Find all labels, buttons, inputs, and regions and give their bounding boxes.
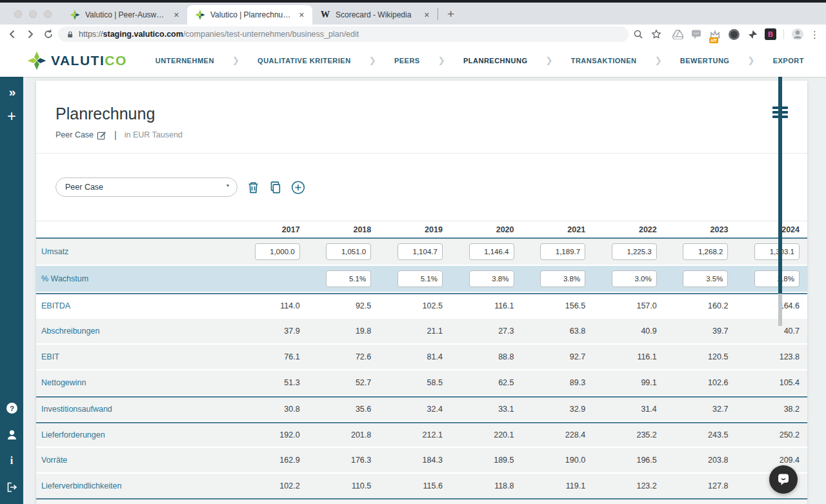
window-zoom-button[interactable] <box>44 10 52 18</box>
nav-item-export[interactable]: EXPORT <box>773 57 804 65</box>
value-input[interactable] <box>540 243 585 260</box>
reload-button[interactable] <box>40 26 57 42</box>
nav-item-qualitative-kriterien[interactable]: QUALITATIVE KRITERIEN <box>257 57 351 65</box>
forward-button[interactable] <box>22 26 39 42</box>
table-row: EBITDA114.092.5102.5116.1156.5157.0160.2… <box>36 293 807 319</box>
zoom-page-icon[interactable] <box>630 26 647 42</box>
sidebar-expand-icon[interactable]: » <box>4 85 19 100</box>
value-input[interactable] <box>612 270 657 287</box>
case-select[interactable]: Peer Case ▾ <box>55 177 237 197</box>
b-extension-icon[interactable]: B <box>765 28 776 40</box>
copy-case-button[interactable] <box>268 180 283 194</box>
delete-case-button[interactable] <box>246 180 260 194</box>
value-input[interactable] <box>398 270 443 287</box>
value-input[interactable] <box>754 243 800 260</box>
tab-close-icon[interactable]: ✕ <box>171 10 182 21</box>
value-cell <box>372 243 444 260</box>
nav-item-planrechnung[interactable]: PLANRECHNUNG <box>463 57 528 65</box>
value-cell: 220.1 <box>444 430 516 439</box>
user-icon[interactable] <box>4 427 19 442</box>
table-row: Investitionsaufwand30.835.632.433.132.93… <box>36 396 807 422</box>
value-input[interactable] <box>469 243 514 260</box>
valutico-logo[interactable]: VALUTICO <box>27 51 127 70</box>
value-cell <box>658 270 730 287</box>
value-cell: 39.7 <box>658 327 730 336</box>
value-cell: 51.3 <box>230 378 301 387</box>
browser-menu-icon[interactable]: ⋮ <box>810 32 820 37</box>
chat-extension-icon[interactable] <box>690 28 703 41</box>
profile-avatar[interactable] <box>791 28 804 41</box>
value-cell: 162.9 <box>230 456 301 465</box>
value-input[interactable] <box>469 270 514 287</box>
chevron-right-icon: ❯ <box>369 55 376 65</box>
window-minimize-button[interactable] <box>29 10 37 18</box>
nav-item-unternehmen[interactable]: UNTERNEHMEN <box>156 57 214 65</box>
value-cell: 62.5 <box>444 378 516 387</box>
page-title: Planrechnung <box>55 104 788 123</box>
value-input[interactable] <box>398 243 443 260</box>
value-cell: 156.5 <box>516 301 587 310</box>
browser-tab[interactable]: Valutico | Planrechnung - Test-✕ <box>187 5 312 25</box>
circle-extension-icon[interactable] <box>727 28 740 41</box>
value-cell: 184.3 <box>372 456 444 465</box>
value-cell: 92.7 <box>516 352 587 361</box>
value-cell: 176.3 <box>301 456 373 465</box>
row-label: Umsatz <box>41 247 230 256</box>
crown-extension-icon[interactable]: off <box>709 28 721 41</box>
value-input[interactable] <box>540 270 585 287</box>
table-row: Umsatz <box>36 239 807 266</box>
nav-item-transaktionen[interactable]: TRANSAKTIONEN <box>571 57 637 65</box>
new-tab-button[interactable]: + <box>447 8 454 20</box>
value-cell: 30.8 <box>230 405 301 414</box>
sidebar-add-icon[interactable]: + <box>4 108 19 124</box>
app-nav-items: UNTERNEHMEN❯QUALITATIVE KRITERIEN❯PEERS❯… <box>156 55 804 65</box>
value-cell: 105.4 <box>729 378 801 387</box>
value-cell: 209.4 <box>729 456 801 465</box>
help-icon[interactable]: ? <box>4 400 19 416</box>
row-label: Lieferverbindlichkeiten <box>41 481 230 490</box>
value-cell: 116.1 <box>587 352 658 361</box>
drive-extension-icon[interactable] <box>671 28 684 41</box>
info-icon[interactable]: i <box>4 453 19 469</box>
value-cell: 32.7 <box>658 405 730 414</box>
value-input[interactable] <box>326 270 371 287</box>
bookmark-star-icon[interactable] <box>648 26 665 42</box>
browser-tab[interactable]: Valutico | Peer-Auswahr✕ <box>62 5 187 25</box>
window-controls <box>14 10 52 18</box>
value-input[interactable] <box>326 243 371 260</box>
window-close-button[interactable] <box>14 10 22 18</box>
scrollbar-thumb[interactable] <box>778 77 782 294</box>
add-case-button[interactable] <box>291 180 305 194</box>
chat-widget-button[interactable] <box>769 465 798 494</box>
tab-close-icon[interactable]: ✕ <box>421 10 432 21</box>
pinwheel-extension-icon[interactable] <box>746 28 759 41</box>
value-cell <box>587 243 658 260</box>
value-cell: 40.7 <box>729 327 801 336</box>
year-header: 2023 <box>658 225 730 234</box>
value-cell <box>230 243 301 260</box>
value-input[interactable] <box>683 243 728 260</box>
value-cell: 92.5 <box>301 301 373 310</box>
url-omnibox[interactable]: https://staging.valutico.com/companies/t… <box>58 26 629 42</box>
value-cell <box>516 243 587 260</box>
browser-tab[interactable]: WScorecard - Wikipedia✕ <box>312 5 438 25</box>
value-cell: 123.8 <box>729 352 801 361</box>
chevron-right-icon: ❯ <box>655 55 662 65</box>
nav-item-bewertung[interactable]: BEWERTUNG <box>680 57 730 65</box>
edit-pencil-icon[interactable] <box>97 130 106 140</box>
row-label: Abschreibungen <box>41 327 230 336</box>
value-cell: 63.8 <box>516 327 587 336</box>
chat-icon <box>776 472 791 487</box>
tab-title: Scorecard - Wikipedia <box>336 10 416 19</box>
back-button[interactable] <box>4 26 21 42</box>
value-input[interactable] <box>612 243 657 260</box>
table-row: Abschreibungen37.919.821.127.363.840.939… <box>36 319 807 345</box>
value-input[interactable] <box>754 270 800 287</box>
value-input[interactable] <box>255 243 300 260</box>
nav-item-peers[interactable]: PEERS <box>394 57 420 65</box>
tab-close-icon[interactable]: ✕ <box>296 10 307 21</box>
tab-title: Valutico | Peer-Auswahr <box>85 10 166 19</box>
logout-icon[interactable] <box>4 479 19 495</box>
value-cell: 119.1 <box>516 481 587 490</box>
value-input[interactable] <box>683 270 728 287</box>
